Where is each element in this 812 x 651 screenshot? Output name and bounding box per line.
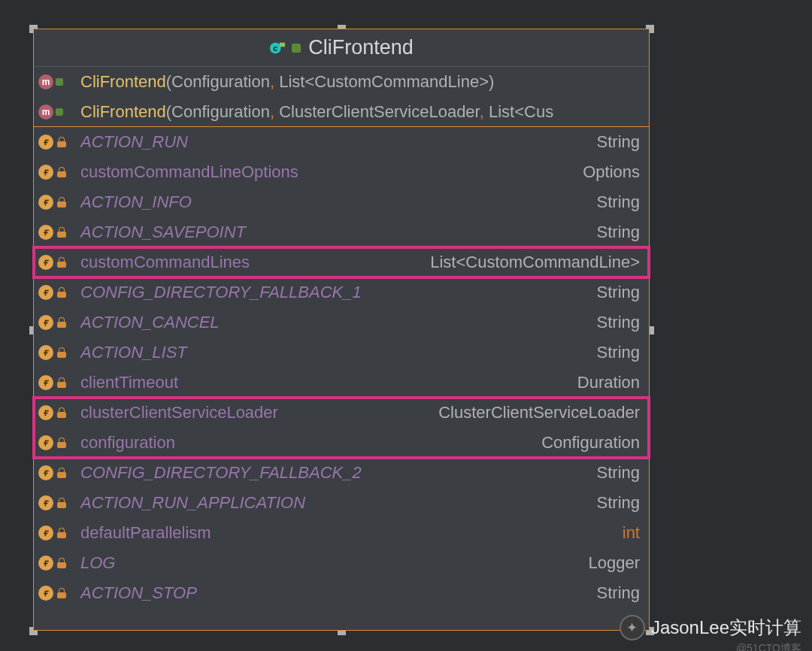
field-row[interactable]: defaultParallelismint [34,518,649,548]
field-row[interactable]: LOGLogger [34,548,649,578]
lock-icon [57,407,66,418]
field-type: String [597,283,640,302]
field-row[interactable]: ACTION_STOPString [34,578,649,608]
field-name: CONFIG_DIRECTORY_FALLBACK_2 [80,463,597,483]
field-row[interactable]: configurationConfiguration [34,428,649,458]
field-type: String [597,463,640,483]
field-type: ClusterClientServiceLoader [438,403,640,422]
field-name: customCommandLineOptions [80,162,583,182]
field-type: String [597,223,640,242]
field-icon [38,375,53,390]
method-icon [38,104,53,120]
field-type: int [623,523,640,543]
lock-icon [57,317,66,328]
watermark-icon: ✦ [620,615,645,640]
field-row[interactable]: ACTION_RUNString [34,127,649,157]
field-row[interactable]: customCommandLinesList<CustomCommandLine… [34,247,649,277]
field-row[interactable]: CONFIG_DIRECTORY_FALLBACK_2String [34,458,649,488]
field-icon [38,556,53,571]
lock-icon [57,137,66,147]
field-name: clusterClientServiceLoader [80,403,438,422]
field-type: String [597,192,640,212]
field-icon [38,135,53,150]
field-name: configuration [80,433,541,453]
highlight-group: customCommandLinesList<CustomCommandLine… [34,247,649,277]
lock-icon [57,287,66,298]
field-name: customCommandLines [80,253,430,272]
constructor-signature: CliFrontend(Configuration, ClusterClient… [80,102,640,122]
lock-icon [57,468,66,478]
watermark: ✦ JasonLee实时计算 [620,615,801,640]
method-icon [38,74,53,89]
field-type: String [597,583,640,603]
lock-icon [57,558,66,568]
modifier-icon [56,78,63,86]
field-icon [38,586,53,601]
lock-icon [57,197,66,207]
field-type: String [597,132,640,152]
lock-icon [57,227,66,238]
lock-icon [57,438,66,448]
field-icon [38,285,53,300]
class-name: CliFrontend [308,36,414,59]
field-row[interactable]: ACTION_LISTString [34,338,649,368]
field-type: Duration [577,373,640,392]
constructor-signature: CliFrontend(Configuration, List<CustomCo… [80,72,640,92]
field-name: CONFIG_DIRECTORY_FALLBACK_1 [80,283,597,302]
field-type: String [597,313,640,332]
field-icon [38,435,53,450]
field-type: Options [583,162,640,182]
svg-rect-4 [56,78,63,86]
field-row[interactable]: ACTION_SAVEPOINTString [34,217,649,247]
field-type: List<CustomCommandLine> [430,253,640,272]
field-row[interactable]: clientTimeoutDuration [34,368,649,398]
field-row[interactable]: ACTION_INFOString [34,187,649,217]
svg-rect-3 [292,44,301,53]
watermark-text: JasonLee实时计算 [651,616,801,640]
lock-icon [57,377,66,388]
field-name: defaultParallelism [80,523,623,543]
field-type: String [597,343,640,362]
field-icon [38,195,53,210]
lock-icon [57,498,66,508]
field-icon [38,315,53,330]
field-name: ACTION_SAVEPOINT [80,223,597,242]
title-bar: c CliFrontend [34,29,649,67]
field-name: clientTimeout [80,373,577,392]
constructor-row[interactable]: CliFrontend(Configuration, ClusterClient… [34,97,649,127]
svg-rect-5 [56,108,63,116]
field-row[interactable]: customCommandLineOptionsOptions [34,157,649,187]
lock-icon [57,257,66,268]
field-name: ACTION_RUN [80,132,597,152]
field-icon [38,255,53,270]
field-name: ACTION_RUN_APPLICATION [80,493,597,513]
modifier-icon [292,44,301,53]
field-icon [38,495,53,510]
class-structure-panel: c CliFrontend CliFrontend(Configuration,… [33,29,650,631]
field-row[interactable]: clusterClientServiceLoaderClusterClientS… [34,398,649,428]
field-type: Logger [588,553,640,573]
class-icon: c [269,40,286,56]
field-icon [38,165,53,180]
field-icon [38,525,53,540]
watermark-sub: @51CTO博客 [736,642,801,651]
field-icon [38,465,53,480]
field-row[interactable]: ACTION_RUN_APPLICATIONString [34,488,649,518]
field-row[interactable]: ACTION_CANCELString [34,307,649,338]
field-type: String [597,493,640,513]
field-name: ACTION_STOP [80,583,597,603]
modifier-icon [56,108,63,116]
lock-icon [57,167,66,177]
field-row[interactable]: CONFIG_DIRECTORY_FALLBACK_1String [34,277,649,307]
svg-rect-2 [280,42,285,47]
lock-icon [57,347,66,358]
svg-text:c: c [273,43,277,52]
field-icon [38,345,53,360]
field-icon [38,225,53,240]
constructor-row[interactable]: CliFrontend(Configuration, List<CustomCo… [34,67,649,97]
highlight-group: clusterClientServiceLoaderClusterClientS… [34,398,649,458]
field-name: ACTION_INFO [80,192,597,212]
field-type: Configuration [541,433,640,453]
lock-icon [57,588,66,598]
field-name: ACTION_LIST [80,343,597,362]
